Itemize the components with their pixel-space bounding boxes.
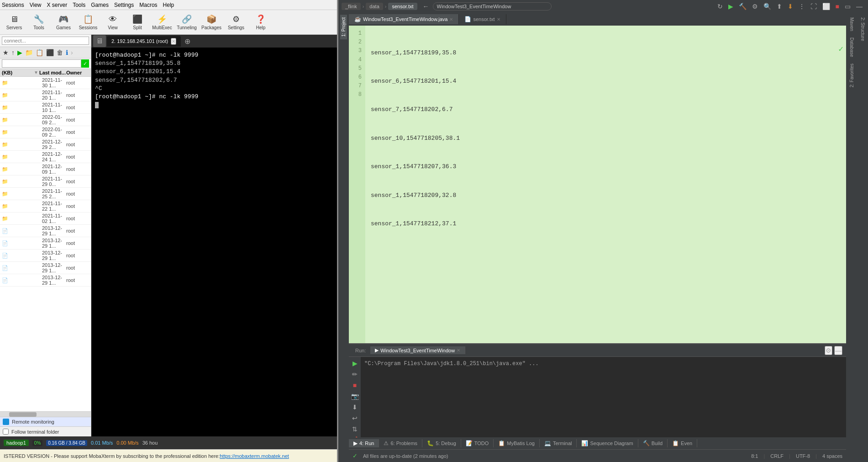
list-item[interactable]: 📄 2013-12-29 1... root [0, 237, 91, 250]
menu-sessions[interactable]: Sessions [2, 2, 24, 8]
list-item[interactable]: 📁 2021-11-22 1... root [0, 200, 91, 212]
list-item[interactable]: 📁 2021-12-29 2... root [0, 138, 91, 151]
run-down-btn[interactable]: ⬇ [351, 403, 358, 412]
run-content[interactable]: "C:\Program Files\Java\jdk1.8.0_251\bin\… [361, 357, 846, 437]
tab-favorites[interactable]: 2: Favorites [848, 61, 855, 90]
run-play-btn[interactable]: ▶ [352, 359, 358, 368]
path-input[interactable] [433, 2, 552, 11]
more-btn[interactable]: ⋮ [797, 2, 807, 11]
list-item[interactable]: 📁 2022-01-09 2... root [0, 126, 91, 138]
follow-terminal-checkbox[interactable] [3, 429, 9, 435]
list-item[interactable]: 📁 2021-11-20 1... root [0, 89, 91, 101]
run-wrap-btn[interactable]: ↩ [351, 414, 358, 423]
list-item[interactable]: 📁 2021-11-25 2... root [0, 188, 91, 200]
build-btn[interactable]: 🔨 [737, 2, 748, 11]
terminal-tab-active[interactable]: 2. 192.168.245.101 (root) ✕ [107, 36, 181, 47]
run-sort-btn[interactable]: ⇅ [351, 425, 358, 434]
terminal-add-tab-btn[interactable]: ⊕ [182, 36, 193, 47]
update-btn[interactable]: ⬇ [786, 2, 795, 11]
sidebar-new-session-btn[interactable]: ★ [2, 48, 10, 57]
share-btn[interactable]: ⬆ [775, 2, 784, 11]
toolbar-servers[interactable]: 🖥 Servers [3, 12, 26, 33]
btab-sequence[interactable]: 📊 Sequence Diagram [577, 439, 638, 447]
list-item[interactable]: 📁 2021-11-29 0... root [0, 175, 91, 188]
menu-games[interactable]: Games [91, 2, 109, 8]
toolbar-games[interactable]: 🎮 Games [52, 12, 75, 33]
toolbar-help[interactable]: ❓ Help [249, 12, 272, 33]
toolbar-settings[interactable]: ⚙ Settings [225, 12, 247, 33]
fullscreen-btn[interactable]: ⛶ [809, 2, 819, 11]
run-stop-btn[interactable]: ■ [352, 381, 358, 390]
java-tab-close-btn[interactable]: ✕ [449, 17, 453, 22]
tab-database[interactable]: Database [848, 35, 855, 60]
btab-mybatis[interactable]: 📋 MyBatis Log [494, 439, 540, 447]
breadcrumb-sensor[interactable]: sensor.txt [388, 3, 417, 10]
btab-event[interactable]: 📋 Even [668, 439, 697, 447]
run-settings-btn[interactable]: ⚙ [825, 346, 832, 355]
run-edit-btn[interactable]: ✏ [351, 370, 358, 379]
breadcrumb-flink[interactable]: _flink [342, 3, 361, 10]
sidebar-scrollbar[interactable] [0, 411, 91, 417]
list-item[interactable]: 📁 2021-12-09 1... root [0, 163, 91, 175]
maximize-btn[interactable]: ▭ [843, 2, 852, 11]
toolbar-multiexec[interactable]: ⚡ MultiExec [151, 12, 174, 33]
toolbar-tools[interactable]: 🔧 Tools [27, 12, 50, 33]
sensor-tab-close-btn[interactable]: ✕ [497, 17, 500, 22]
settings-btn[interactable]: ⚙ [750, 2, 760, 11]
list-item[interactable]: 📁 2021-11-10 1... root [0, 101, 91, 114]
btab-todo[interactable]: 📝 TODO [461, 439, 494, 447]
mobatek-link[interactable]: https://mobaxterm.mobatek.net [220, 453, 289, 459]
terminal-tab-close-btn[interactable]: ✕ [171, 38, 176, 45]
run-btn[interactable]: ▶ [726, 2, 735, 11]
back-btn[interactable]: ← [421, 2, 431, 11]
remote-monitoring[interactable]: Remote monitoring [0, 417, 91, 426]
menu-macros[interactable]: Macros [139, 2, 157, 8]
sidebar-delete-btn[interactable]: 🗑 [56, 48, 64, 57]
list-item[interactable]: 📄 2013-12-29 1... root [0, 262, 91, 274]
minimize-btn[interactable]: — [854, 2, 864, 11]
run-minimize-btn[interactable]: — [834, 346, 842, 355]
search-btn[interactable]: 🔍 [762, 2, 773, 11]
toolbar-packages[interactable]: 📦 Packages [200, 12, 223, 33]
list-item[interactable]: 📄 2013-12-29 1... root [0, 250, 91, 262]
toolbar-view[interactable]: 👁 View [101, 12, 124, 33]
breadcrumb-data[interactable]: data [366, 3, 383, 10]
list-item[interactable]: 📁 2022-01-09 2... root [0, 114, 91, 126]
run-tab-active[interactable]: ▶ WindowTest3_EventTimeWindow ✕ [370, 346, 465, 354]
sidebar-stop-btn[interactable]: ⬛ [45, 48, 55, 57]
list-item[interactable]: 📄 2013-12-29 1... root [0, 274, 91, 287]
run-tab-close-btn[interactable]: ✕ [457, 348, 460, 353]
sidebar-scrollbar-thumb[interactable] [9, 412, 37, 417]
btab-terminal[interactable]: 💻 Terminal [540, 439, 577, 447]
sidebar-search-go-btn[interactable]: ✓ [81, 59, 89, 68]
sidebar-info-btn[interactable]: ℹ [65, 48, 69, 57]
list-item[interactable]: 📄 2013-12-29 1... root [0, 225, 91, 237]
toolbar-split[interactable]: ⬛ Split [126, 12, 149, 33]
list-item[interactable]: 📁 2021-11-30 1... root [0, 77, 91, 89]
connect-input[interactable] [2, 37, 89, 45]
sidebar-expand-btn[interactable]: › [70, 48, 74, 57]
btab-build[interactable]: 🔨 Build [638, 439, 668, 447]
tab-maven[interactable]: Maven [848, 15, 855, 34]
list-item[interactable]: 📁 2021-12-24 1... root [0, 151, 91, 163]
menu-tools[interactable]: Tools [73, 2, 85, 8]
run-camera-btn[interactable]: 📷 [350, 392, 360, 401]
menu-view[interactable]: View [30, 2, 42, 8]
tab-structure[interactable]: 2: Structure [859, 15, 866, 44]
menu-xserver[interactable]: X server [47, 2, 68, 8]
ide-editor-content[interactable]: 1 2 3 4 5 6 7 8 sensor_1,1547718199,35.8… [349, 26, 846, 343]
list-item[interactable]: 📁 2021-11-02 1... root [0, 212, 91, 225]
menu-settings[interactable]: Settings [114, 2, 134, 8]
sidebar-up-btn[interactable]: ↑ [11, 48, 16, 57]
btab-debug[interactable]: 🐛 5: Debug [422, 439, 461, 447]
btab-problems[interactable]: ⚠ 6: Problems [379, 439, 422, 447]
tab-sensor-file[interactable]: 📄 sensor.txt ✕ [459, 14, 506, 24]
toolbar-tunneling[interactable]: 🔗 Tunneling [175, 12, 198, 33]
stop-btn[interactable]: ■ [834, 2, 841, 11]
expand-btn[interactable]: ⬜ [821, 2, 832, 11]
refresh-btn[interactable]: ↻ [715, 2, 725, 11]
menu-help[interactable]: Help [163, 2, 174, 8]
sidebar-copy-btn[interactable]: 📋 [35, 48, 44, 57]
btab-run[interactable]: ▶ 4: Run [349, 439, 379, 447]
sidebar-folder-btn[interactable]: 📁 [24, 48, 34, 57]
